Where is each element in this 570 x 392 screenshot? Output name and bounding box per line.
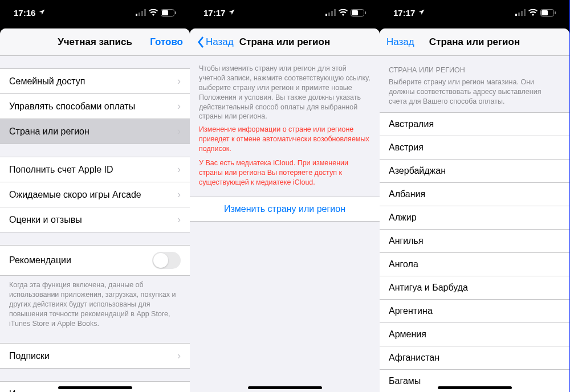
settings-group-4: Подписки›	[0, 343, 190, 369]
country-row[interactable]: Австрия	[380, 136, 569, 160]
content-scroll[interactable]: Семейный доступ› Управлять способами опл…	[0, 56, 190, 392]
row-subscriptions[interactable]: Подписки›	[0, 343, 190, 369]
svg-rect-8	[328, 13, 330, 16]
row-label: Рекомендации	[9, 255, 71, 266]
phone-screen-3: 17:17 Назад Страна или регион СТРАНА ИЛИ…	[380, 0, 569, 392]
modal-sheet: Назад Страна или регион СТРАНА ИЛИ РЕГИО…	[380, 28, 569, 392]
home-indicator[interactable]	[248, 386, 322, 389]
cell-signal-icon	[325, 9, 336, 16]
wifi-icon	[339, 9, 348, 16]
country-label: Багамы	[389, 376, 421, 386]
svg-rect-0	[136, 14, 137, 16]
wifi-icon	[528, 9, 538, 16]
chevron-right-icon: ›	[177, 100, 181, 112]
modal-sheet: Учетная запись Готово Семейный доступ› У…	[0, 28, 190, 392]
intro-text: Чтобы изменить страну или регион для это…	[190, 56, 380, 124]
row-manage-payments[interactable]: Управлять способами оплаты›	[0, 94, 190, 119]
country-row[interactable]: Армения	[380, 323, 569, 346]
status-time: 17:16	[14, 8, 35, 18]
country-row[interactable]: Азербайджан	[380, 160, 569, 183]
country-label: Алжир	[389, 213, 417, 223]
country-row[interactable]: Алжир	[380, 206, 569, 230]
location-icon	[38, 8, 46, 18]
svg-rect-17	[524, 9, 526, 16]
svg-rect-16	[521, 11, 523, 16]
country-row[interactable]: Албания	[380, 183, 569, 206]
content-scroll[interactable]: Чтобы изменить страну или регион для это…	[190, 56, 380, 392]
row-label: Оценки и отзывы	[9, 215, 82, 225]
row-family-sharing[interactable]: Семейный доступ›	[0, 68, 190, 94]
modal-sheet: Назад Страна или регион Чтобы изменить с…	[190, 28, 380, 392]
back-button[interactable]: Назад	[386, 36, 414, 48]
status-bar: 17:17	[380, 0, 569, 25]
cell-signal-icon	[515, 9, 526, 16]
country-label: Ангола	[389, 259, 418, 270]
row-ratings-reviews[interactable]: Оценки и отзывы›	[0, 207, 190, 232]
chevron-right-icon: ›	[177, 125, 181, 137]
chevron-right-icon: ›	[177, 75, 181, 87]
chevron-right-icon: ›	[177, 189, 181, 201]
section-header: СТРАНА ИЛИ РЕГИОН	[380, 56, 569, 75]
back-label: Назад	[206, 36, 234, 48]
country-label: Австралия	[389, 119, 434, 129]
country-row[interactable]: Антигуа и Барбуда	[380, 276, 569, 300]
phone-screen-1: 17:16 Учетная запись Готово Семейный дос…	[0, 0, 190, 392]
row-label: Пополнить счет Apple ID	[9, 165, 113, 175]
home-indicator[interactable]	[58, 386, 132, 389]
battery-icon	[540, 9, 556, 17]
country-row[interactable]: Австралия	[380, 112, 569, 136]
content-scroll[interactable]: СТРАНА ИЛИ РЕГИОН Выберите страну или ре…	[380, 56, 569, 392]
settings-group-3: Рекомендации Когда эта функция включена,…	[0, 245, 190, 330]
svg-rect-10	[334, 9, 336, 16]
row-arcade-upcoming[interactable]: Ожидаемые скоро игры Arcade›	[0, 182, 190, 207]
toggle-switch[interactable]	[152, 252, 181, 269]
group-footer-text: Когда эта функция включена, данные об ис…	[0, 276, 190, 330]
row-label: Ожидаемые скоро игры Arcade	[9, 190, 141, 200]
settings-group-1: Семейный доступ› Управлять способами опл…	[0, 68, 190, 144]
row-label: Страна или регион	[9, 126, 89, 137]
country-label: Албания	[389, 189, 425, 199]
done-button[interactable]: Готово	[150, 36, 183, 48]
country-label: Армения	[389, 329, 426, 340]
back-button[interactable]: Назад	[197, 36, 234, 48]
phone-screen-2: 17:17 Назад Страна или регион Чтобы изме…	[190, 0, 380, 392]
warning-icloud: У Вас есть медиатека iCloud. При изменен…	[190, 157, 380, 191]
country-row[interactable]: Ангола	[380, 253, 569, 276]
nav-bar: Учетная запись Готово	[0, 28, 190, 56]
row-label: Подписки	[9, 351, 50, 361]
row-recommendations[interactable]: Рекомендации	[0, 245, 190, 276]
svg-rect-3	[144, 9, 146, 16]
chevron-left-icon	[197, 36, 203, 48]
svg-rect-6	[175, 11, 176, 14]
country-label: Аргентина	[389, 306, 433, 316]
row-add-funds[interactable]: Пополнить счет Apple ID›	[0, 157, 190, 182]
svg-rect-12	[352, 10, 358, 15]
country-row[interactable]: Афганистан	[380, 346, 569, 370]
home-indicator[interactable]	[438, 386, 512, 389]
status-time: 17:17	[393, 8, 415, 18]
country-label: Афганистан	[389, 353, 439, 363]
svg-rect-19	[542, 10, 548, 15]
battery-icon	[161, 9, 176, 17]
row-country-region[interactable]: Страна или регион›	[0, 119, 190, 144]
country-row[interactable]: Аргентина	[380, 300, 569, 323]
svg-rect-15	[518, 13, 520, 16]
location-icon	[228, 8, 235, 18]
nav-bar: Назад Страна или регион	[190, 28, 380, 56]
wifi-icon	[149, 9, 158, 16]
status-time: 17:17	[203, 8, 225, 18]
cell-signal-icon	[136, 9, 146, 16]
settings-group-2: Пополнить счет Apple ID› Ожидаемые скоро…	[0, 157, 190, 232]
status-bar: 17:17	[190, 0, 380, 25]
change-country-button[interactable]: Изменить страну или регион	[190, 197, 380, 222]
country-row[interactable]: Ангилья	[380, 230, 569, 253]
location-icon	[418, 8, 425, 18]
row-label: Семейный доступ	[9, 76, 85, 87]
svg-rect-20	[555, 11, 556, 14]
svg-rect-14	[515, 14, 517, 16]
chevron-right-icon: ›	[177, 388, 181, 392]
row-label: История покупок	[9, 389, 80, 392]
svg-rect-13	[365, 11, 366, 14]
back-label: Назад	[386, 36, 414, 48]
status-bar: 17:16	[0, 0, 190, 25]
